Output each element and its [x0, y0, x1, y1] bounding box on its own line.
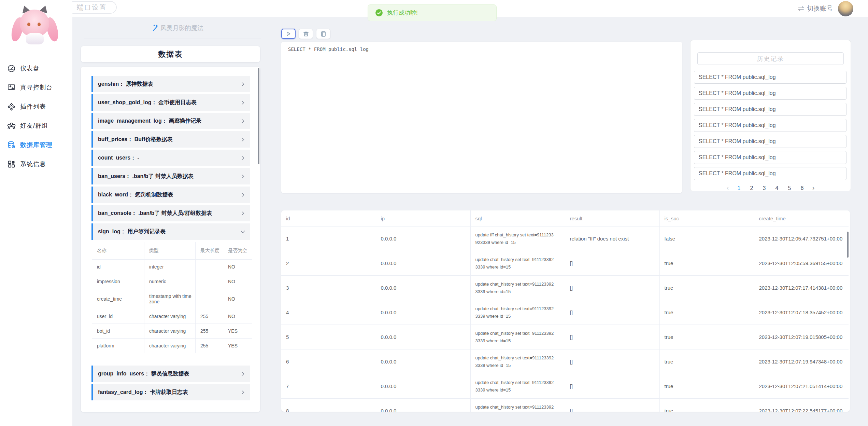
schema-cell: timestamp with time zone	[144, 289, 196, 309]
results-row-4: 40.0.0.0update chat_history set text=911…	[281, 300, 849, 325]
clear-query-button[interactable]	[299, 29, 313, 39]
sidebar-item-3[interactable]: 好友/群组	[0, 116, 72, 135]
page-number-3[interactable]: 3	[762, 185, 767, 191]
schema-cell: 255	[196, 339, 223, 353]
switch-arrows-icon: ⇌	[798, 4, 804, 13]
results-column-id: id	[281, 210, 376, 226]
table-list-item-sign_log[interactable]: sign_log： 用户签到记录表	[91, 223, 250, 240]
page-number-5[interactable]: 5	[787, 185, 792, 191]
sql-query-text[interactable]: SELECT * FROM public.sql_log	[288, 46, 675, 52]
schema-cell: NO	[223, 289, 252, 309]
results-cell: 2	[281, 251, 376, 276]
results-cell: []	[565, 374, 659, 399]
results-cell: true	[659, 251, 754, 276]
history-item-7[interactable]: SELECT * FROM public.sql_log	[694, 167, 846, 180]
watermark: 风灵月影的魔法	[152, 24, 203, 32]
table-list-item-count_users[interactable]: count_users： -	[91, 150, 250, 166]
table-list-item-ban_console[interactable]: ban_console： .ban/b了 封禁人员/群组数据表	[91, 205, 250, 221]
chevron-right-icon	[240, 174, 245, 179]
results-cell: update chat_history set text=911123392 3…	[470, 276, 565, 300]
table-list-item-fantasy_card_log[interactable]: fantasy_card_log： 卡牌获取日志表	[91, 384, 250, 400]
copy-query-button[interactable]	[316, 29, 330, 39]
results-cell: 2023-12-30T12:05:59.369155+00:00	[754, 251, 849, 276]
schema-cell: 255	[196, 324, 223, 339]
table-item-label: group_info_users： 群员信息数据表	[98, 370, 189, 377]
results-cell: 0.0.0.0	[376, 399, 470, 412]
run-query-button[interactable]	[281, 29, 296, 39]
sidebar-item-1[interactable]: 真寻控制台	[0, 78, 72, 97]
sidebar-item-5[interactable]: 系统信息	[0, 154, 72, 174]
page-prev-button[interactable]: ‹	[727, 184, 729, 192]
history-pagination: ‹123456›	[691, 184, 851, 192]
schema-cell: integer	[144, 260, 196, 274]
table-item-label: image_management_log： 画廊操作记录	[98, 118, 201, 125]
schema-row: idintegerNO	[92, 260, 252, 274]
results-column-create_time: create_time	[754, 210, 849, 226]
sidebar-item-0[interactable]: 仪表盘	[0, 59, 72, 78]
results-cell: 2023-12-30T12:07:18.357452+00:00	[754, 300, 849, 325]
table-list-item-user_shop_gold_log[interactable]: user_shop_gold_log： 金币使用日志表	[91, 94, 250, 111]
table-list-item-group_info_users[interactable]: group_info_users： 群员信息数据表	[91, 366, 250, 382]
results-table: idipsqlresultis_succreate_time 10.0.0.0u…	[281, 210, 849, 412]
schema-cell: character varying	[144, 324, 196, 339]
page-number-2[interactable]: 2	[749, 185, 754, 191]
schema-table: 名称类型最大长度是否为空idintegerNOimpressionnumeric…	[92, 242, 252, 353]
schema-column-header: 最大长度	[196, 242, 223, 260]
switch-account[interactable]: ⇌ 切换账号	[798, 0, 833, 17]
table-list-item-black_word[interactable]: black_word： 惩罚机制数据表	[91, 187, 250, 203]
results-cell: []	[565, 276, 659, 300]
results-row-8: 80.0.0.0update chat_history set text=911…	[281, 399, 849, 412]
tables-panel-title: 数据表	[81, 46, 260, 62]
results-cell: 0.0.0.0	[376, 226, 470, 251]
logo-eye-right	[38, 23, 41, 26]
table-list-item-buff_prices[interactable]: buff_prices： Buff价格数据表	[91, 131, 250, 148]
results-cell: 2023-12-30T12:07:22.545177+00:00	[754, 399, 849, 412]
user-avatar[interactable]	[838, 1, 853, 16]
results-cell: 6	[281, 349, 376, 374]
history-item-2[interactable]: SELECT * FROM public.sql_log	[694, 87, 846, 100]
results-cell: 0.0.0.0	[376, 325, 470, 349]
play-icon	[286, 31, 291, 37]
results-cell: 7	[281, 374, 376, 399]
table-list-item-genshin[interactable]: genshin： 原神数据表	[91, 76, 250, 92]
sidebar-item-2[interactable]: 插件列表	[0, 97, 72, 116]
results-cell: update chat_history set text=911123392 3…	[470, 374, 565, 399]
page-next-button[interactable]: ›	[812, 184, 814, 192]
results-scrollbar[interactable]	[847, 232, 849, 258]
table-item-label: ban_console： .ban/b了 封禁人员/群组数据表	[98, 210, 212, 217]
table-list-item-image_management_log[interactable]: image_management_log： 画廊操作记录	[91, 113, 250, 129]
page-number-1[interactable]: 1	[737, 185, 741, 191]
sql-editor[interactable]: SELECT * FROM public.sql_log	[281, 42, 682, 193]
chevron-right-icon	[240, 119, 245, 124]
table-list-item-ban_users[interactable]: ban_users： .ban/b了 封禁人员数据表	[91, 168, 250, 184]
chevron-right-icon	[240, 390, 245, 395]
tables-list-scrollbar[interactable]	[258, 68, 259, 164]
schema-cell: bot_id	[92, 324, 144, 339]
history-item-5[interactable]: SELECT * FROM public.sql_log	[694, 135, 846, 148]
history-item-4[interactable]: SELECT * FROM public.sql_log	[694, 119, 846, 132]
results-header-row: idipsqlresultis_succreate_time	[281, 210, 849, 226]
results-table-card: idipsqlresultis_succreate_time 10.0.0.0u…	[281, 210, 850, 412]
results-cell: true	[659, 399, 754, 412]
results-cell: []	[565, 251, 659, 276]
table-item-label: user_shop_gold_log： 金币使用日志表	[98, 99, 197, 106]
sidebar-item-label: 真寻控制台	[20, 83, 53, 92]
logo-eye-left	[27, 23, 30, 26]
results-cell: 2023-12-30T12:07:19.947348+00:00	[754, 349, 849, 374]
sidebar-item-4[interactable]: 数据库管理	[0, 135, 72, 154]
console-icon	[7, 83, 16, 92]
schema-cell: YES	[223, 324, 252, 339]
results-column-result: result	[565, 210, 659, 226]
history-item-3[interactable]: SELECT * FROM public.sql_log	[694, 103, 846, 116]
history-item-1[interactable]: SELECT * FROM public.sql_log	[694, 71, 846, 84]
chevron-right-icon	[240, 155, 245, 161]
port-settings-button[interactable]: 端口设置	[67, 1, 117, 14]
schema-cell: character varying	[144, 339, 196, 353]
history-item-6[interactable]: SELECT * FROM public.sql_log	[694, 151, 846, 164]
results-cell: 2023-12-30T12:05:47.732751+00:00	[754, 226, 849, 251]
schema-column-header: 是否为空	[223, 242, 252, 260]
page-number-6[interactable]: 6	[800, 185, 805, 191]
page-number-4[interactable]: 4	[774, 185, 779, 191]
schema-cell: YES	[223, 339, 252, 353]
app-root: 仪表盘真寻控制台插件列表好友/群组数据库管理系统信息 端口设置 ⇌ 切换账号 执…	[0, 0, 868, 426]
